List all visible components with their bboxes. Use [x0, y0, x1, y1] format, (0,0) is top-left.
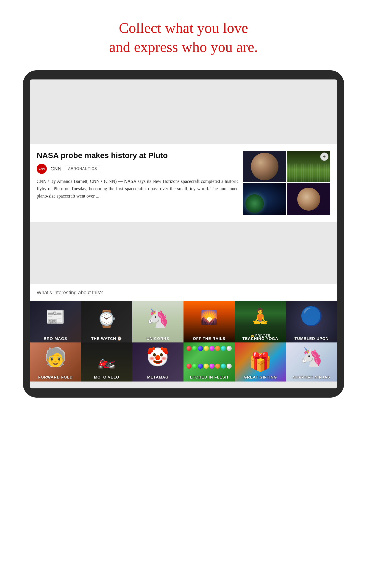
article-title: NASA probe makes history at Pluto: [37, 151, 239, 160]
collection-item-metamag[interactable]: 🤡 METAMAG: [132, 342, 184, 381]
image-earth: [243, 183, 286, 215]
cnn-logo-text: CNN: [39, 167, 45, 170]
collection-item-forward-fold[interactable]: 🧓 FORWARD FOLD: [30, 342, 81, 381]
ball-purple2: [209, 363, 215, 369]
ball-purple: [209, 346, 215, 351]
ball-orange2: [215, 363, 220, 369]
tagline-line2: and express who you are.: [109, 39, 258, 55]
collection-item-bro-mags[interactable]: 📰 BRO-MAGS: [30, 301, 81, 342]
collection-label-moto-velo: MOTO VELO: [81, 375, 132, 380]
collection-label-support-ninjas: SUPPORT NINJAS: [286, 375, 337, 380]
ball-blue2: [198, 363, 203, 369]
rails-icon: 🌄: [200, 309, 218, 326]
collection-label-forward-fold: FORWARD FOLD: [30, 375, 81, 380]
image-pluto-disk: [287, 183, 330, 215]
ball-red2: [186, 363, 192, 369]
tumbled-icon: 🔵: [300, 305, 323, 327]
collection-item-great-gifting[interactable]: 🎁 GREAT GIFTING: [235, 342, 286, 381]
collection-label-off-the-rails: OFF THE RAILS: [184, 335, 235, 342]
source-name: CNN: [50, 166, 61, 172]
watch-emoji-label: ⌚: [117, 336, 122, 341]
collection-item-the-watch[interactable]: ⌚ THE WATCH ⌚: [81, 301, 132, 342]
tablet-device: NASA probe makes history at Pluto CNN CN…: [23, 70, 344, 398]
collection-label-tumbled-upon: TUMBLED UPON: [286, 335, 337, 342]
category-badge: AERONAUTICS: [65, 166, 100, 172]
collections-grid-row1: 📰 BRO-MAGS ⌚ THE WATCH ⌚ 🦄: [30, 301, 337, 342]
ball-yellow: [204, 346, 209, 351]
collection-label-great-gifting: GREAT GIFTING: [235, 375, 286, 380]
ball-yellow2: [204, 363, 209, 369]
ball-red: [186, 346, 192, 351]
cnn-logo: CNN: [37, 164, 47, 174]
collection-item-unicorns[interactable]: 🦄 UNICORNS: [132, 301, 184, 342]
screen-top-area: [30, 79, 337, 144]
article-images: +: [243, 151, 330, 215]
watch-text: THE WATCH: [91, 337, 116, 341]
ball-blue: [198, 346, 203, 351]
moto-icon: 🏍️: [97, 352, 116, 370]
ball-orange: [215, 346, 220, 351]
image-pluto-surface: [243, 151, 286, 182]
magazine-icon: 📰: [45, 307, 65, 326]
tablet-screen: NASA probe makes history at Pluto CNN CN…: [30, 79, 337, 389]
screen-middle-area: [30, 222, 337, 284]
ball-green2: [192, 363, 197, 369]
collection-label-teaching-yoga: TEACHING YOGA: [235, 335, 286, 342]
watch-icon: ⌚: [97, 309, 117, 328]
ball-teal: [221, 346, 226, 351]
unicorn-icon: 🦄: [146, 307, 169, 329]
ninjas-icon: 🦄: [300, 346, 323, 368]
ball-white2: [227, 363, 232, 369]
collection-label-the-watch: THE WATCH ⌚: [81, 335, 132, 342]
collection-item-moto-velo[interactable]: 🏍️ MOTO VELO: [81, 342, 132, 381]
whats-interesting-bar[interactable]: What's interesting about this?: [30, 284, 337, 301]
collection-item-tumbled-upon[interactable]: 🔵 TUMBLED UPON: [286, 301, 337, 342]
whats-interesting-text: What's interesting about this?: [37, 290, 103, 295]
tagline-line1: Collect what you love: [119, 20, 248, 36]
collection-item-teaching-yoga[interactable]: 🧘 🔒 PRIVATE TEACHING YOGA: [235, 301, 286, 342]
metamag-icon: 🤡: [146, 346, 169, 368]
collection-label-unicorns: UNICORNS: [132, 335, 184, 342]
tagline-text: Collect what you love and express who yo…: [9, 18, 358, 57]
article-text-section: NASA probe makes history at Pluto CNN CN…: [37, 151, 239, 215]
article-source-row: CNN CNN AERONAUTICS: [37, 164, 239, 174]
tagline-section: Collect what you love and express who yo…: [0, 0, 367, 70]
collection-item-support-ninjas[interactable]: 🦄 SUPPORT NINJAS: [286, 342, 337, 381]
collection-label-bro-mags: BRO-MAGS: [30, 335, 81, 342]
collection-item-etched-in-flesh[interactable]: ETCHED IN FLESH: [184, 342, 235, 381]
collection-label-etched-in-flesh: ETCHED IN FLESH: [184, 375, 235, 380]
article-card: NASA probe makes history at Pluto CNN CN…: [30, 144, 337, 222]
ball-white: [227, 346, 232, 351]
ball-teal2: [221, 363, 226, 369]
ball-green: [192, 346, 197, 351]
collection-item-off-the-rails[interactable]: 🌄 OFF THE RAILS: [184, 301, 235, 342]
fold-icon: 🧓: [44, 346, 67, 368]
yoga-icon: 🧘: [251, 307, 269, 325]
article-body: CNN / By Amanda Barnett, CNN • (CNN) — N…: [37, 178, 239, 199]
collections-grid-row2: 🧓 FORWARD FOLD 🏍️ MOTO VELO 🤡 METAMAG: [30, 342, 337, 381]
collection-label-metamag: METAMAG: [132, 375, 184, 380]
screen-bottom-area: [30, 381, 337, 389]
tablet-wrapper: NASA probe makes history at Pluto CNN CN…: [0, 70, 367, 398]
watch-label-row: THE WATCH ⌚: [82, 336, 131, 341]
